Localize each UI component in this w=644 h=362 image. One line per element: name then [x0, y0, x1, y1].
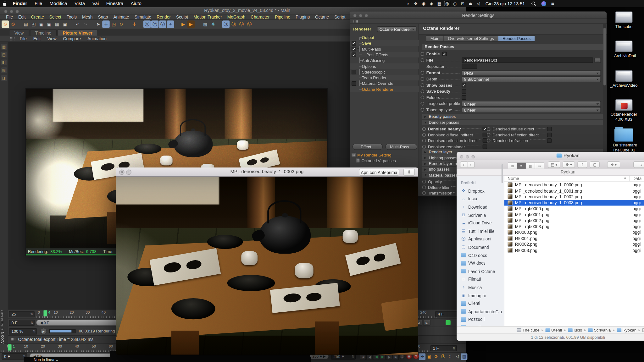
minimize-button[interactable]	[359, 14, 362, 17]
c4d-menu-item[interactable]: Character	[248, 14, 272, 19]
c4d-menu-item[interactable]: Render	[154, 14, 174, 19]
menu-bar-item[interactable]: Vai	[89, 0, 103, 7]
c4d-menu-item[interactable]: Snap	[95, 14, 111, 19]
c4d-menu-item[interactable]: Select	[47, 14, 64, 19]
c4d-menu-item[interactable]: Pipeline	[272, 14, 293, 19]
file-row[interactable]: MPI_denoised beauty_1_0000.png oggi	[504, 182, 644, 188]
c4d-panel-tab[interactable]: Timeline	[30, 30, 57, 36]
sidebar-item[interactable]: VW docs	[457, 259, 504, 267]
option-radio[interactable]	[487, 139, 491, 143]
show-passes-checkbox[interactable]	[462, 83, 466, 87]
sidebar-item[interactable]: ⌂ lucio	[457, 195, 504, 203]
path-segment[interactable]: MPI ▸	[642, 328, 644, 332]
menu-bar-item[interactable]: Vista	[71, 0, 89, 7]
file-row[interactable]: MPI_rgb0000.png oggi	[504, 206, 644, 211]
siri-icon[interactable]	[541, 1, 547, 6]
renderer-dropdown[interactable]: Octane Renderer	[377, 26, 416, 32]
folders-checkbox[interactable]	[462, 95, 466, 100]
pv-play-button[interactable]: ▶	[40, 328, 47, 335]
tree-row[interactable]: Stereoscopic	[350, 69, 419, 74]
sidebar-item[interactable]: ⊡ Scrivania	[457, 211, 504, 219]
finder-title-bar[interactable]: Ryokan	[457, 152, 644, 160]
sidebar-scrollbar[interactable]	[502, 164, 503, 183]
image-color-profile-dropdown[interactable]: Linear	[462, 101, 601, 107]
sidebar-item[interactable]: Clienti	[457, 299, 504, 308]
close-button[interactable]	[4, 10, 7, 13]
c4d-toolbar-icon[interactable]: ⌖	[167, 20, 174, 28]
path-segment[interactable]: Scrivania ▸	[588, 328, 617, 332]
c4d-menu-item[interactable]: MoGraph	[225, 14, 248, 19]
file-row[interactable]: MPI_denoised beauty_1_0003.png oggi	[504, 200, 644, 206]
pv-zoom-field[interactable]: 100 %	[9, 328, 37, 335]
option-radio[interactable]	[487, 127, 491, 131]
offline-popup[interactable]: Non in linea ⌄	[24, 357, 311, 362]
share-button[interactable]: ⇧	[577, 161, 587, 168]
side-strip-icon[interactable]: ▦	[1, 44, 7, 50]
file-row[interactable]: RI0003.png oggi	[504, 247, 644, 253]
c4d-menu-item[interactable]: Simulate	[132, 14, 154, 19]
status-menu-icon[interactable]: ◈	[428, 1, 435, 6]
sidebar-item[interactable]: ☁ iCloud Drive	[457, 219, 504, 227]
tree-row[interactable]: Team Render	[350, 75, 419, 80]
c4d-menu-item[interactable]: Tools	[64, 14, 79, 19]
desktop-icon-da-sistemare[interactable]: _Da sistemareTheCube 01	[608, 129, 639, 152]
c4d-toolbar-icon[interactable]: Ⓧ	[143, 20, 151, 28]
c4d-toolbar-icon[interactable]: ▶	[180, 20, 187, 28]
c4d-toolbar-icon[interactable]: ❋	[209, 20, 217, 28]
keying-icon[interactable]: ✛	[419, 354, 425, 360]
sidebar-item[interactable]: ❖ Dropbox	[457, 187, 504, 195]
c4d-toolbar-icon[interactable]: ↷	[82, 20, 89, 28]
view-button[interactable]: ▭	[535, 162, 544, 169]
file-row[interactable]: MPI_denoised beauty_1_0002.png oggi	[504, 194, 644, 200]
render-preset-item[interactable]: ▤ Octane LV_passes	[350, 158, 419, 163]
file-name-input[interactable]: RenderPassesOct	[462, 58, 593, 63]
path-segment[interactable]: Utenti ▸	[546, 328, 568, 332]
spotlight-search-icon[interactable]	[531, 1, 536, 6]
multi-pass-button[interactable]: Multi-Pass...	[385, 144, 417, 150]
status-menu-icon[interactable]: ▦	[436, 1, 442, 6]
option-radio[interactable]	[422, 191, 426, 195]
option-radio[interactable]	[420, 52, 424, 56]
option-radio[interactable]	[420, 90, 424, 93]
file-row[interactable]: MPI_denoised beauty_1_0001.png oggi	[504, 188, 644, 194]
c4d-toolbar-icon[interactable]: ➤	[94, 20, 102, 28]
view-button[interactable]: ≡	[517, 162, 526, 169]
file-row[interactable]: RI0000.png oggi	[504, 229, 644, 235]
c4d-toolbar-icon[interactable]: ▣	[38, 20, 45, 28]
picture-viewer-menu-item[interactable]: Compare	[60, 36, 84, 41]
desktop-icon-the-cube[interactable]: The cube	[608, 12, 639, 29]
c4d-toolbar-icon[interactable]: ▣	[61, 20, 69, 28]
menu-bar-item[interactable]: Finestra	[103, 0, 127, 7]
tag-button[interactable]: ▢	[590, 161, 600, 168]
picture-viewer-menu-item[interactable]: File	[16, 36, 30, 41]
c4d-toolbar-icon[interactable]: ▣	[46, 20, 53, 28]
search-toolbar-button[interactable]: ⌕	[633, 161, 644, 168]
pv-fps-field[interactable]: 25	[9, 311, 35, 317]
keying-icon[interactable]: ▥	[461, 354, 467, 360]
tree-checkbox[interactable]	[352, 47, 356, 51]
status-menu-icon[interactable]: ◷	[452, 1, 458, 6]
denoiser-pass-checkbox[interactable]	[547, 127, 552, 131]
c4d-toolbar-icon[interactable]: ✛	[102, 20, 110, 28]
keying-icon[interactable]: ⟳	[433, 354, 440, 360]
side-strip-icon[interactable]: ▧	[1, 67, 7, 73]
c4d-toolbar-icon[interactable]: ◳	[110, 20, 118, 28]
c4d-toolbar-icon[interactable]: Ⓢ	[230, 20, 237, 28]
status-menu-icon[interactable]: ❖	[413, 1, 419, 6]
tree-row[interactable]: Anti-Aliasing	[350, 58, 419, 63]
render-preset-item[interactable]: ▤ My Render Setting	[350, 152, 419, 157]
expander-icon[interactable]	[357, 47, 361, 50]
sidebar-item[interactable]: ▤ Tutti i miei file	[457, 227, 504, 235]
c4d-toolbar-icon[interactable]: Ⓢ	[238, 20, 245, 28]
c4d-menu-item[interactable]: Motion Tracker	[191, 14, 225, 19]
view-button[interactable]: ⊞	[508, 162, 517, 169]
tree-row[interactable]: Material Override	[350, 80, 419, 86]
c4d-menu-item[interactable]: Edit	[16, 14, 29, 19]
c4d-menu-item[interactable]: Plugins	[293, 14, 313, 19]
c4d-toolbar-icon[interactable]: ▤	[22, 20, 30, 28]
option-radio[interactable]	[422, 185, 426, 189]
c4d-toolbar-icon[interactable]: Ⓩ	[159, 20, 166, 28]
forward-button[interactable]: ›	[467, 161, 475, 168]
effect-button[interactable]: Effect...	[353, 144, 383, 150]
c4d-menu-item[interactable]: Sculpt	[174, 14, 191, 19]
